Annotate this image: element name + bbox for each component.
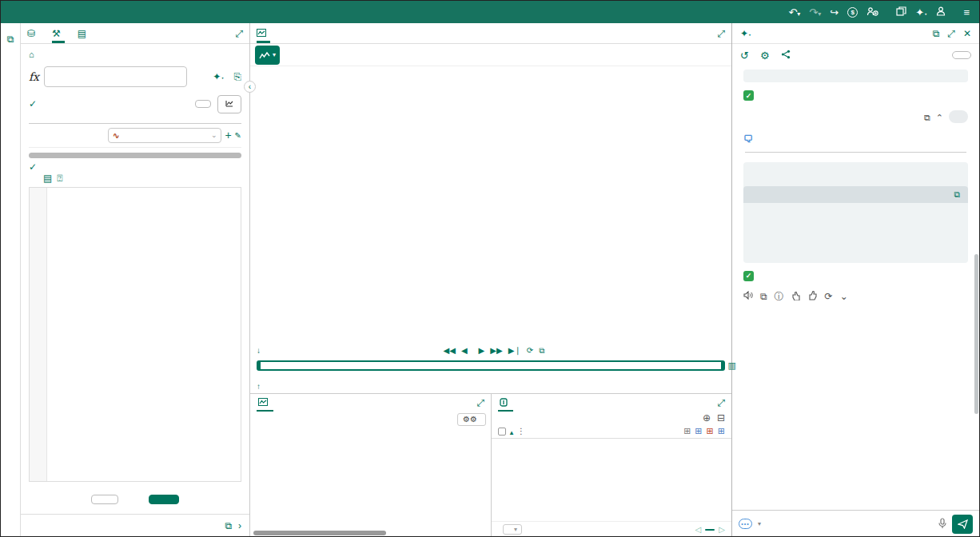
chat-mode-chevron-icon[interactable]: ▾ [758,520,761,527]
redo-icon[interactable]: ↷▾ [809,7,821,18]
zoom-capsule-icon[interactable]: ⊕ [703,413,711,423]
open-assistant-external-icon[interactable]: ⧉ [933,29,940,38]
undo-icon[interactable]: ↶▾ [788,7,800,18]
info-icon[interactable]: ⓘ [775,292,784,301]
worksheets-rail[interactable]: ⧉ [1,23,21,537]
prev-page-icon[interactable]: ◁ [695,526,702,534]
formula-doc-icon[interactable]: ▤ [43,173,52,184]
add-variable-button[interactable] [195,100,211,108]
page-select[interactable]: ▾ [503,524,522,535]
expand-capsules-icon[interactable]: ⤢ [717,397,725,408]
remove-columns-icon[interactable]: ⊞ [707,427,714,436]
close-assistant-icon[interactable]: ✕ [963,29,971,38]
collapse-capsules-icon[interactable]: ⊟ [717,413,725,423]
variables-check-icon: ✓ [29,98,37,109]
slider-left-handle[interactable] [258,361,261,370]
open-external-icon[interactable]: ⧉ [225,521,232,531]
collapse-message-icon[interactable]: ⌃ [936,113,943,122]
more-chevron-icon[interactable]: ⌄ [840,292,848,301]
share-users-icon[interactable] [866,6,878,18]
formula-name-input[interactable] [44,66,187,87]
tab-data[interactable]: ⛁ [27,23,39,43]
tools-panel-tabs: ⛁ ⚒ ▤ ⤢ [21,23,249,44]
start-column-header[interactable]: ▴ [510,427,513,436]
next-page-icon[interactable]: ▷ [719,526,725,534]
step-back-full-icon[interactable]: ◀◀ [443,347,455,355]
add-condition-columns-icon[interactable]: ⊞ [718,427,725,436]
tab-journal[interactable]: ▤ [78,23,90,43]
speaker-icon[interactable] [743,291,753,301]
color-swatch[interactable] [192,69,208,85]
calculation-hierarchy[interactable]: ⧉ › [21,514,249,537]
new-chat-button[interactable] [952,51,971,59]
tab-details[interactable] [257,394,273,412]
add-columns-icon[interactable]: ⊞ [695,427,702,436]
mic-icon[interactable] [938,518,946,531]
tab-capsules[interactable] [498,394,513,412]
cancel-button[interactable] [91,495,118,504]
chevron-right-icon[interactable]: › [238,521,241,531]
user-message-bubble [949,110,968,123]
assistant-code-block-1 [743,70,968,82]
location-tip-icon[interactable]: $ [847,7,858,18]
copy-range-icon[interactable]: ⧉ [539,347,544,355]
send-button[interactable] [952,515,973,534]
thumb-down-icon[interactable] [791,291,801,302]
tab-trend[interactable] [257,23,270,43]
slider-right-handle[interactable] [721,361,723,370]
expand-panel-icon[interactable]: ⤢ [235,28,243,39]
view-mode-select[interactable]: ▾ [255,46,280,65]
breadcrumb: ⌂ [21,44,249,65]
collapse-panel-button[interactable]: ‹ [244,81,256,93]
copy-response-icon[interactable]: ⧉ [760,292,767,301]
thumb-up-icon[interactable] [808,291,818,302]
message-actions: ⧉ ⓘ ⟳ ⌄ [743,291,968,302]
edit-item-icon[interactable]: ✎ [235,131,241,140]
home-icon[interactable]: ⌂ [29,50,34,59]
time-range-slider[interactable]: ▥ [257,360,725,371]
ai-sparkles-icon[interactable]: ✦˖ [915,7,927,18]
ai-sparkle-icon[interactable]: ✦˖ [213,71,224,82]
pin-panel-icon[interactable]: ⎘ [233,71,241,82]
regenerate-icon[interactable]: ⟳ [825,292,833,301]
column-menu-icon[interactable]: ⋮ [517,427,525,436]
current-page[interactable] [705,529,715,531]
chat-area[interactable]: ✓ ⧉ ⌃ 🗨 ⧉ [732,66,979,510]
user-icon[interactable] [936,6,946,18]
settings-gear-icon[interactable]: ⚙ [760,50,770,61]
step-forward-full-icon[interactable]: ▶▶ [490,347,502,355]
chat-scrollbar[interactable] [974,254,978,414]
step-forward-icon[interactable]: ▶ [479,347,485,355]
variables-hscrollbar[interactable] [29,153,241,158]
chat-mode-icon[interactable]: ••• [739,519,752,529]
execute-button[interactable] [149,495,179,504]
ai-assistant-panel: ✦˖ ⧉ ⤢ ✕ ↺ ⚙ ✓ ⧉ ⌃ [731,23,979,537]
details-panel: ⤢ ⚙⚙ [250,394,492,537]
customize-button[interactable]: ⚙⚙ [457,413,486,426]
refresh-icon[interactable]: ⟳ [527,347,533,355]
copy-code-icon[interactable]: ⧉ [954,190,961,199]
details-hscrollbar[interactable] [253,531,386,535]
duplicate-icon[interactable] [896,6,906,18]
assistant-input-bar: ••• ▾ [732,510,979,537]
jump-to-end-icon[interactable]: ▶❘ [508,347,521,355]
summary-table-icon[interactable]: ⊞ [683,427,691,436]
variable-item-select[interactable]: ∿ ⌄ [108,128,222,143]
formula-editor[interactable] [29,187,241,483]
wrench-icon: ⚒ [52,29,61,38]
hamburger-menu-icon[interactable]: ≡ [963,7,970,18]
expand-assistant-icon[interactable]: ⤢ [947,29,955,38]
history-icon[interactable]: ↺ [740,50,749,61]
tab-tools[interactable]: ⚒ [52,23,65,43]
forward-icon[interactable]: ↪ [830,7,839,18]
expand-details-icon[interactable]: ⤢ [476,397,484,408]
trend-charts[interactable] [250,66,731,329]
copy-message-icon[interactable]: ⧉ [924,113,930,122]
variables-details-button[interactable] [217,95,241,113]
formula-help-icon[interactable]: ⍰ [57,173,62,184]
add-item-icon[interactable]: + [225,129,231,141]
expand-trend-icon[interactable]: ⤢ [717,28,725,39]
share-chat-icon[interactable] [781,50,791,61]
step-back-icon[interactable]: ◀ [461,347,468,355]
select-all-checkbox[interactable] [498,428,506,436]
